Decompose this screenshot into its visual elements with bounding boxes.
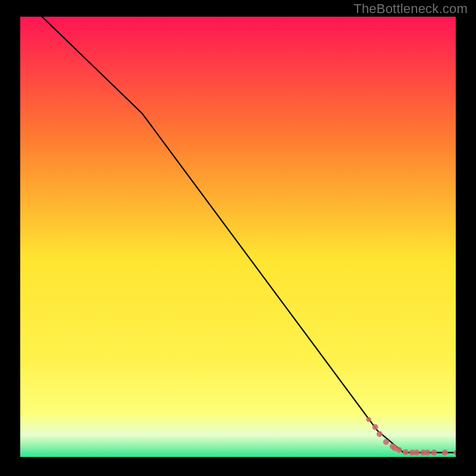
watermark-text: TheBottleneck.com	[353, 1, 468, 17]
data-point	[414, 450, 419, 456]
data-point	[383, 439, 389, 445]
data-point	[377, 431, 383, 437]
data-point	[442, 450, 448, 456]
plot-area	[20, 17, 456, 457]
data-point	[403, 449, 409, 455]
gradient-background	[20, 17, 456, 457]
data-point	[396, 447, 402, 453]
chart-frame: TheBottleneck.com	[0, 0, 476, 476]
data-point	[424, 450, 430, 456]
plot-svg	[20, 17, 456, 457]
data-point	[366, 417, 371, 422]
data-point	[372, 424, 378, 430]
data-point	[431, 450, 437, 456]
